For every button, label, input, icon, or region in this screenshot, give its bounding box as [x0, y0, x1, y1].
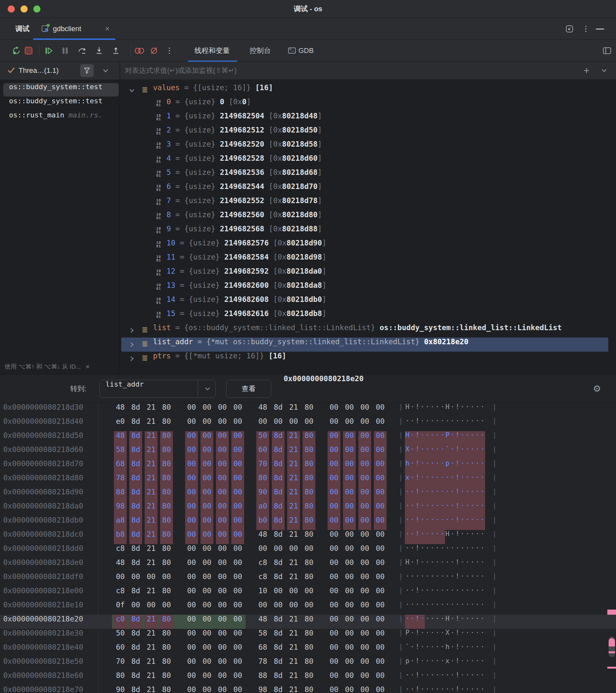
memory-byte[interactable]: 21 — [287, 572, 300, 587]
memory-byte[interactable]: 00 — [185, 600, 198, 615]
memory-byte[interactable]: 00 — [185, 403, 198, 417]
memory-byte[interactable]: 00 — [200, 474, 213, 488]
layout-settings-icon[interactable] — [601, 40, 613, 62]
memory-row[interactable]: 0x0000000080218dc0b88d218000000000488d21… — [0, 530, 616, 544]
memory-byte[interactable]: 98 — [114, 502, 127, 516]
memory-row[interactable]: 0x0000000080218e20c08d218000000000488d21… — [0, 615, 616, 629]
memory-row[interactable]: 0x0000000080218d90888d218000000000908d21… — [0, 488, 616, 502]
memory-byte[interactable]: 00 — [374, 572, 386, 587]
memory-byte[interactable]: 00 — [200, 643, 213, 657]
memory-byte[interactable]: 8d — [129, 403, 142, 417]
array-element-row[interactable]: 100113 = {usize} 2149682600 [0x80218da8] — [120, 281, 616, 295]
memory-byte[interactable]: 98 — [256, 685, 269, 693]
memory-byte[interactable]: 00 — [374, 530, 386, 544]
memory-byte[interactable]: 00 — [216, 572, 229, 587]
memory-byte[interactable]: 00 — [200, 459, 213, 474]
memory-byte[interactable]: 21 — [145, 403, 158, 417]
memory-byte[interactable]: 80 — [160, 685, 173, 693]
memory-byte[interactable]: 00 — [327, 629, 340, 643]
memory-byte[interactable]: 00 — [231, 431, 244, 445]
memory-byte[interactable]: 00 — [200, 558, 213, 572]
memory-byte[interactable]: e0 — [114, 417, 127, 431]
memory-byte[interactable]: 00 — [343, 629, 356, 643]
memory-byte[interactable]: 00 — [216, 558, 229, 572]
memory-byte[interactable]: 00 — [358, 488, 371, 502]
memory-byte[interactable]: 00 — [287, 417, 300, 431]
memory-byte[interactable]: 80 — [302, 459, 315, 474]
memory-row[interactable]: 0x0000000080218db0a88d218000000000b08d21… — [0, 516, 616, 530]
memory-byte[interactable]: 80 — [302, 488, 315, 502]
memory-byte[interactable]: 00 — [185, 502, 198, 516]
memory-byte[interactable]: 21 — [145, 488, 158, 502]
memory-byte[interactable]: 00 — [231, 516, 244, 530]
memory-byte[interactable]: 80 — [160, 403, 173, 417]
memory-byte[interactable]: c8 — [256, 572, 269, 587]
memory-byte[interactable]: 00 — [231, 544, 244, 558]
memory-byte[interactable]: c8 — [114, 544, 127, 558]
memory-byte[interactable]: 00 — [216, 544, 229, 558]
memory-byte[interactable]: 0f — [114, 600, 127, 615]
memory-byte[interactable]: 00 — [374, 516, 386, 530]
memory-byte[interactable]: 00 — [327, 502, 340, 516]
memory-row[interactable]: 0x0000000080218dd0c88d218000000000000000… — [0, 544, 616, 558]
toolbar-more-icon[interactable] — [164, 40, 175, 62]
memory-byte[interactable]: 00 — [358, 629, 371, 643]
memory-byte[interactable]: 00 — [216, 685, 229, 693]
memory-byte[interactable]: 00 — [343, 488, 356, 502]
memory-byte[interactable]: 00 — [216, 629, 229, 643]
memory-byte[interactable]: 00 — [302, 544, 315, 558]
memory-byte[interactable]: c8 — [114, 587, 127, 600]
memory-byte[interactable]: 00 — [374, 685, 386, 693]
memory-byte[interactable]: 00 — [231, 488, 244, 502]
memory-byte[interactable]: 00 — [302, 417, 315, 431]
tab-gdbclient[interactable]: gdbclient ✕ — [33, 18, 116, 40]
gear-icon[interactable]: ⚙ — [593, 374, 601, 403]
memory-byte[interactable]: 00 — [327, 431, 340, 445]
memory-byte[interactable]: 48 — [256, 530, 269, 544]
dock-tool-window-icon[interactable] — [564, 18, 575, 40]
memory-byte[interactable]: 80 — [160, 530, 173, 544]
memory-byte[interactable]: 80 — [160, 502, 173, 516]
memory-byte[interactable]: 8d — [272, 629, 284, 643]
memory-byte[interactable]: 00 — [231, 474, 244, 488]
more-options-icon[interactable] — [581, 18, 590, 40]
memory-byte[interactable]: 00 — [231, 685, 244, 693]
memory-byte[interactable]: 00 — [358, 417, 371, 431]
memory-byte[interactable]: 00 — [231, 671, 244, 685]
variable-row[interactable]: values = {[usize; 16]} [16] — [120, 83, 616, 98]
memory-byte[interactable]: 00 — [200, 488, 213, 502]
memory-row[interactable]: 0x0000000080218d40e08d218000000000000000… — [0, 417, 616, 431]
memory-byte[interactable]: 8d — [129, 657, 142, 671]
memory-byte[interactable]: 21 — [287, 615, 300, 629]
memory-byte[interactable]: 78 — [256, 657, 269, 671]
memory-byte[interactable]: 00 — [343, 558, 356, 572]
memory-byte[interactable]: 00 — [231, 403, 244, 417]
memory-byte[interactable]: 88 — [256, 671, 269, 685]
memory-byte[interactable]: 80 — [160, 431, 173, 445]
memory-byte[interactable]: 00 — [200, 657, 213, 671]
memory-byte[interactable]: 8d — [272, 657, 284, 671]
view-memory-button[interactable]: 查看 — [226, 380, 271, 398]
memory-byte[interactable]: 60 — [114, 643, 127, 657]
memory-byte[interactable]: 00 — [374, 600, 386, 615]
memory-byte[interactable]: 8d — [129, 474, 142, 488]
memory-byte[interactable]: 80 — [302, 502, 315, 516]
memory-byte[interactable]: 8d — [272, 572, 284, 587]
memory-byte[interactable]: 00 — [185, 671, 198, 685]
memory-byte[interactable]: 80 — [160, 671, 173, 685]
memory-byte[interactable]: 00 — [343, 417, 356, 431]
memory-byte[interactable]: 00 — [160, 600, 173, 615]
step-out-icon[interactable] — [110, 40, 122, 62]
memory-byte[interactable]: 8d — [129, 516, 142, 530]
chevron-down-icon[interactable] — [128, 83, 135, 98]
memory-byte[interactable]: 00 — [231, 643, 244, 657]
memory-byte[interactable]: 21 — [287, 629, 300, 643]
memory-byte[interactable]: 00 — [343, 572, 356, 587]
memory-byte[interactable]: 68 — [114, 459, 127, 474]
memory-byte[interactable]: 8d — [129, 488, 142, 502]
memory-byte[interactable]: 00 — [272, 600, 284, 615]
memory-byte[interactable]: 00 — [343, 459, 356, 474]
memory-byte[interactable]: 00 — [272, 587, 284, 600]
memory-byte[interactable]: 80 — [114, 671, 127, 685]
memory-byte[interactable]: 80 — [302, 530, 315, 544]
